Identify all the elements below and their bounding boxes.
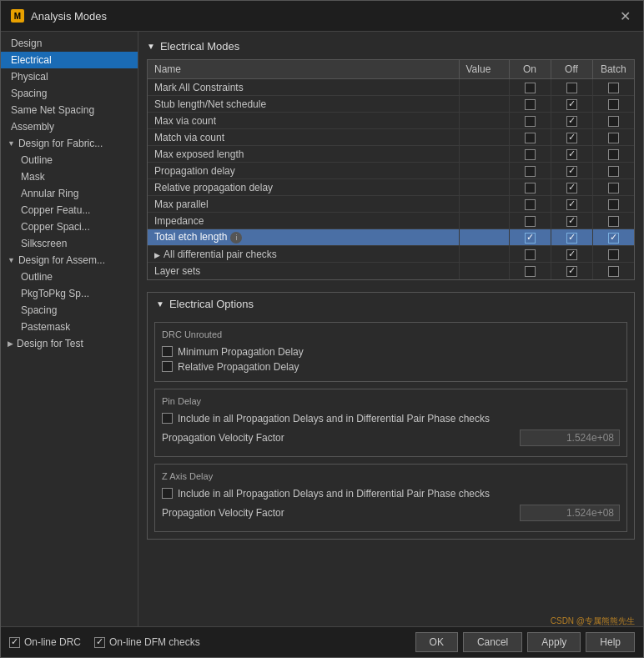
- off-checkbox[interactable]: [566, 149, 577, 160]
- close-button[interactable]: ✕: [616, 8, 633, 24]
- row-off-cell[interactable]: [551, 196, 592, 213]
- row-off-cell[interactable]: [551, 79, 592, 96]
- sidebar-item-annular-ring[interactable]: Annular Ring: [1, 185, 138, 202]
- sidebar-item-spacing2[interactable]: Spacing: [1, 302, 138, 319]
- z-axis-velocity-value[interactable]: 1.524e+08: [520, 505, 620, 521]
- table-row[interactable]: Stub length/Net schedule: [148, 96, 634, 113]
- sidebar-item-pkgtopkg[interactable]: PkgToPkg Sp...: [1, 285, 138, 302]
- row-off-cell[interactable]: [551, 113, 592, 129]
- off-checkbox[interactable]: [566, 233, 577, 244]
- row-batch-cell[interactable]: [592, 246, 634, 263]
- row-batch-cell[interactable]: [592, 79, 634, 96]
- sidebar-item-mask[interactable]: Mask: [1, 168, 138, 185]
- batch-checkbox[interactable]: [608, 249, 619, 260]
- row-on-cell[interactable]: [509, 246, 551, 263]
- on-checkbox[interactable]: [525, 116, 536, 127]
- online-drc-checkbox[interactable]: [9, 637, 20, 648]
- row-expand-icon[interactable]: ▶: [154, 251, 160, 259]
- row-batch-cell[interactable]: [592, 113, 634, 129]
- on-checkbox[interactable]: [525, 166, 536, 177]
- off-checkbox[interactable]: [566, 183, 577, 193]
- row-on-cell[interactable]: [509, 263, 551, 279]
- row-batch-cell[interactable]: [592, 96, 634, 113]
- table-row[interactable]: Relative propagation delay: [148, 179, 634, 196]
- help-button[interactable]: Help: [586, 632, 635, 652]
- table-row[interactable]: ▶All differential pair checks: [148, 246, 634, 263]
- table-row[interactable]: Propagation delay: [148, 163, 634, 179]
- row-on-cell[interactable]: [509, 146, 551, 163]
- batch-checkbox[interactable]: [608, 199, 619, 210]
- row-off-cell[interactable]: [551, 163, 592, 179]
- off-checkbox[interactable]: [566, 99, 577, 110]
- batch-checkbox[interactable]: [608, 133, 619, 143]
- sidebar-item-pastemask[interactable]: Pastemask: [1, 319, 138, 335]
- on-checkbox[interactable]: [525, 216, 536, 227]
- sidebar-group-design-for-assem[interactable]: ▼Design for Assem...: [1, 252, 138, 269]
- off-checkbox[interactable]: [566, 266, 577, 277]
- row-on-cell[interactable]: [509, 229, 551, 246]
- on-checkbox[interactable]: [525, 149, 536, 160]
- row-batch-cell[interactable]: [592, 213, 634, 229]
- off-checkbox[interactable]: [566, 166, 577, 177]
- sidebar-item-copper-spaci[interactable]: Copper Spaci...: [1, 218, 138, 235]
- row-batch-cell[interactable]: [592, 146, 634, 163]
- row-on-cell[interactable]: [509, 96, 551, 113]
- on-checkbox[interactable]: [525, 199, 536, 210]
- row-on-cell[interactable]: [509, 179, 551, 196]
- table-row[interactable]: Match via count: [148, 129, 634, 146]
- table-row[interactable]: Impedance: [148, 213, 634, 229]
- batch-checkbox[interactable]: [608, 266, 619, 277]
- row-batch-cell[interactable]: [592, 163, 634, 179]
- row-batch-cell[interactable]: [592, 179, 634, 196]
- online-dfm-label[interactable]: On-line DFM checks: [94, 636, 200, 648]
- row-off-cell[interactable]: [551, 179, 592, 196]
- off-checkbox[interactable]: [566, 83, 577, 93]
- sidebar-item-design[interactable]: Design: [1, 35, 138, 52]
- apply-button[interactable]: Apply: [527, 632, 581, 652]
- on-checkbox[interactable]: [525, 233, 536, 244]
- sidebar-group-design-for-test[interactable]: ▶Design for Test: [1, 335, 138, 352]
- off-checkbox[interactable]: [566, 249, 577, 260]
- sidebar-item-outline[interactable]: Outline: [1, 152, 138, 168]
- row-on-cell[interactable]: [509, 79, 551, 96]
- row-off-cell[interactable]: [551, 129, 592, 146]
- min-prop-delay-checkbox[interactable]: [162, 346, 173, 357]
- on-checkbox[interactable]: [525, 249, 536, 260]
- table-row[interactable]: Mark All Constraints: [148, 79, 634, 96]
- row-on-cell[interactable]: [509, 213, 551, 229]
- batch-checkbox[interactable]: [608, 149, 619, 160]
- table-row[interactable]: Max exposed length: [148, 146, 634, 163]
- table-row[interactable]: Max via count: [148, 113, 634, 129]
- info-icon[interactable]: i: [230, 232, 242, 244]
- on-checkbox[interactable]: [525, 99, 536, 110]
- batch-checkbox[interactable]: [608, 183, 619, 193]
- sidebar-item-electrical[interactable]: Electrical: [1, 52, 138, 68]
- cancel-button[interactable]: Cancel: [463, 632, 522, 652]
- z-axis-include-checkbox[interactable]: [162, 488, 173, 499]
- batch-checkbox[interactable]: [608, 83, 619, 93]
- sidebar-item-silkscreen[interactable]: Silkscreen: [1, 235, 138, 252]
- rel-prop-delay-checkbox[interactable]: [162, 361, 173, 372]
- pin-delay-velocity-value[interactable]: 1.524e+08: [520, 429, 620, 446]
- off-checkbox[interactable]: [566, 199, 577, 210]
- row-off-cell[interactable]: [551, 96, 592, 113]
- row-on-cell[interactable]: [509, 129, 551, 146]
- pin-delay-include-checkbox[interactable]: [162, 413, 173, 424]
- sidebar-item-copper-featu[interactable]: Copper Featu...: [1, 202, 138, 218]
- off-checkbox[interactable]: [566, 216, 577, 227]
- row-batch-cell[interactable]: [592, 129, 634, 146]
- off-checkbox[interactable]: [566, 116, 577, 127]
- on-checkbox[interactable]: [525, 266, 536, 277]
- row-on-cell[interactable]: [509, 163, 551, 179]
- row-off-cell[interactable]: [551, 229, 592, 246]
- batch-checkbox[interactable]: [608, 166, 619, 177]
- on-checkbox[interactable]: [525, 183, 536, 193]
- table-row[interactable]: Max parallel: [148, 196, 634, 213]
- batch-checkbox[interactable]: [608, 216, 619, 227]
- off-checkbox[interactable]: [566, 133, 577, 143]
- sidebar-group-design-for-fabric[interactable]: ▼Design for Fabric...: [1, 135, 138, 152]
- sidebar-item-physical[interactable]: Physical: [1, 68, 138, 85]
- row-off-cell[interactable]: [551, 246, 592, 263]
- sidebar-item-outline2[interactable]: Outline: [1, 269, 138, 285]
- table-row[interactable]: Layer sets: [148, 263, 634, 279]
